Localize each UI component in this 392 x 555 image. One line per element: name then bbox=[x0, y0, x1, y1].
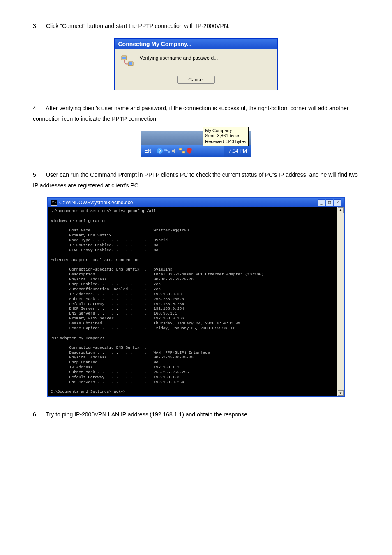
close-button[interactable]: × bbox=[334, 199, 341, 206]
svg-rect-5 bbox=[164, 149, 167, 151]
tooltip-line-1: My Company bbox=[205, 128, 246, 134]
step-5-number: 5. bbox=[33, 169, 44, 180]
minimize-button[interactable]: _ bbox=[318, 199, 325, 206]
tooltip-line-3: Received: 340 bytes bbox=[205, 139, 246, 145]
cancel-button[interactable]: Cancel bbox=[177, 76, 214, 84]
step-5-paragraph: 5. User can run the Command Prompt in PP… bbox=[33, 169, 359, 191]
cmd-titlebar: C:\ C:\WINDOWS\system32\cmd.exe _ □ × bbox=[48, 198, 344, 207]
language-indicator[interactable]: EN bbox=[141, 148, 155, 154]
cmd-icon: C:\ bbox=[51, 200, 57, 206]
svg-point-4 bbox=[157, 148, 163, 154]
step-6-text: Try to ping IP-2000VPN LAN IP address (1… bbox=[46, 411, 249, 418]
connecting-dialog: Connecting My Company... Verifying usern… bbox=[114, 38, 278, 90]
step-3-paragraph: 3. Click "Connect" button and start the … bbox=[33, 21, 359, 32]
step-6-paragraph: 6. Try to ping IP-2000VPN LAN IP address… bbox=[33, 409, 359, 420]
tray-clock[interactable]: 7:04 PM bbox=[224, 145, 251, 157]
step-4-number: 4. bbox=[33, 103, 44, 114]
tray-tooltip: My Company Sent: 3,861 bytes Received: 3… bbox=[203, 127, 249, 146]
svg-rect-9 bbox=[182, 151, 185, 153]
tray-arrow-icon[interactable] bbox=[157, 148, 163, 154]
scroll-down-button[interactable]: ▼ bbox=[338, 390, 344, 396]
dialog-message: Verifying username and password... bbox=[140, 54, 218, 61]
volume-tray-icon[interactable] bbox=[171, 148, 178, 154]
step-4-text: After verifying client's user name and p… bbox=[33, 105, 348, 123]
system-tray: My Company Sent: 3,861 bytes Received: 3… bbox=[141, 131, 251, 157]
step-3-number: 3. bbox=[33, 21, 44, 32]
command-prompt-window: C:\ C:\WINDOWS\system32\cmd.exe _ □ × C:… bbox=[47, 197, 345, 397]
tooltip-line-2: Sent: 3,861 bytes bbox=[205, 133, 246, 139]
cmd-scrollbar[interactable]: ▲ ▼ bbox=[337, 207, 344, 396]
svg-rect-6 bbox=[168, 151, 170, 153]
cmd-title-text: C:\WINDOWS\system32\cmd.exe bbox=[59, 200, 133, 206]
svg-rect-7 bbox=[172, 150, 174, 152]
svg-rect-8 bbox=[179, 148, 182, 150]
cmd-output: C:\Documents and Settings\jacky>ipconfig… bbox=[48, 207, 337, 396]
tray-icons-group bbox=[155, 148, 224, 154]
scroll-up-button[interactable]: ▲ bbox=[338, 207, 344, 213]
svg-rect-3 bbox=[129, 62, 132, 65]
svg-rect-1 bbox=[122, 57, 126, 59]
connection-tray-icon[interactable] bbox=[179, 148, 185, 154]
maximize-button[interactable]: □ bbox=[326, 199, 333, 206]
dialog-titlebar: Connecting My Company... bbox=[115, 39, 277, 49]
network-tray-icon[interactable] bbox=[164, 148, 171, 154]
shield-tray-icon[interactable] bbox=[186, 148, 193, 154]
step-6-number: 6. bbox=[33, 409, 44, 420]
network-icon bbox=[121, 54, 134, 67]
step-4-paragraph: 4. After verifying client's user name an… bbox=[33, 103, 359, 125]
step-3-text: Click "Connect" button and start the PPT… bbox=[46, 23, 230, 29]
step-5-text: User can run the Command Prompt in PPTP … bbox=[33, 171, 358, 189]
